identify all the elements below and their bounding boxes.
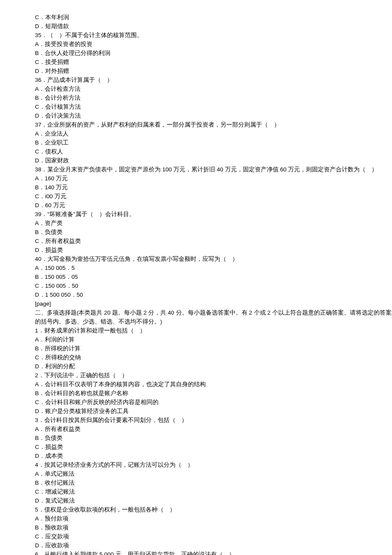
- text-line: 3．会计科目按其所归属的会计要素不同划分，包括（ ）: [35, 416, 392, 425]
- text-line: C．所得税的交纳: [35, 353, 392, 362]
- text-line: C．应交款项: [35, 532, 392, 541]
- text-line: B．140 万元: [35, 183, 392, 192]
- text-line: 37．企业所据有的资产，从财产权利的归属来看，一部分属于投资者，另一部分则属于（…: [35, 120, 392, 129]
- text-line: D．损益类: [35, 246, 392, 254]
- text-line: A．150 005．5: [35, 263, 392, 272]
- text-line: A．预付款项: [35, 514, 392, 523]
- text-line: D．对外捐赠: [35, 66, 392, 75]
- text-line: C．债权人: [35, 147, 392, 156]
- text-line: A．160 万元: [35, 174, 392, 183]
- text-line: C．接受捐赠: [35, 58, 392, 66]
- text-line: C．会计核算方法: [35, 102, 392, 111]
- text-line: B．企业职工: [35, 138, 392, 147]
- text-line: A．会计科目不仅表明了本身的核算内容，也决定了其自身的结构: [35, 380, 392, 389]
- text-line: 二、多项选择题(本类题共 20 题。每小题 2 分，共 40 分。每小题备选答案…: [35, 308, 392, 326]
- exam-text-body: C．本年利润D．短期借款35．（ ）不属于会计主体的核算范围。A．接受投资者的投…: [35, 13, 392, 555]
- text-line: D．成本类: [35, 451, 392, 460]
- text-line: D．国家财政: [35, 156, 392, 165]
- text-line: C．所有者权益类: [35, 237, 392, 246]
- text-line: A．利润的计算: [35, 335, 392, 344]
- text-line: B．会计分析方法: [35, 93, 392, 102]
- text-line: B．负债类: [35, 434, 392, 442]
- text-line: D．会计决策方法: [35, 111, 392, 120]
- text-line: 40．大写金额为壹拾伍万零伍元伍角，在填写发票小写金额时，应写为（ ）: [35, 254, 392, 263]
- text-line: B．收付记账法: [35, 478, 392, 487]
- text-line: A．所有者权益类: [35, 425, 392, 434]
- text-line: 4．按其记录经济业务方式的不同，记账方法可以分为（ ）: [35, 460, 392, 469]
- text-line: B．会计科目的名称也就是账户名称: [35, 389, 392, 398]
- text-line: A．企业法人: [35, 129, 392, 138]
- text-line: C．i00 万元: [35, 192, 392, 201]
- text-line: A．单式记账法: [35, 469, 392, 478]
- text-line: D．应收款项: [35, 541, 392, 550]
- text-line: A．资产类: [35, 219, 392, 228]
- text-line: 38．某企业月末资产负债表中，固定资产原价为 100 万元，累计折旧 40 万元…: [35, 165, 392, 174]
- text-line: D．账户是分类核算经济业务的工具: [35, 407, 392, 416]
- text-line: [page]: [35, 299, 392, 308]
- text-line: B．负债类: [35, 228, 392, 237]
- text-line: C．损益类: [35, 442, 392, 451]
- text-line: D．利润的分配: [35, 362, 392, 371]
- text-line: C．会计科目和账户所反映的经济内容是相同的: [35, 398, 392, 407]
- text-line: 35．（ ）不属于会计主体的核算范围。: [35, 31, 392, 40]
- text-line: 1．财务成果的计算和处理一般包括（ ）: [35, 326, 392, 335]
- text-line: B．合伙人处理已分得的利润: [35, 49, 392, 58]
- text-line: D．1 500 050．50: [35, 290, 392, 299]
- text-line: A．会计检查方法: [35, 84, 392, 93]
- text-line: B．150 005．05: [35, 272, 392, 281]
- text-line: C．本年利润: [35, 13, 392, 22]
- text-line: D．复式记账法: [35, 496, 392, 505]
- text-line: 5．债权是企业收取款项的权利，一般包括各种（ ）: [35, 505, 392, 514]
- text-line: B．所得税的计算: [35, 344, 392, 353]
- text-line: 39．"坏账准备"属于（ ）会计科目。: [35, 210, 392, 219]
- text-line: 2．下列说法中，正确的包括（ ）: [35, 371, 392, 380]
- text-line: 6．从银行借入长期借款 5 000 元，用于归还前欠货款，正确的说法有（ ）: [35, 550, 392, 555]
- text-line: D．60 万元: [35, 201, 392, 210]
- text-line: C．增减记账法: [35, 487, 392, 496]
- text-line: B．预收款项: [35, 523, 392, 532]
- text-line: D．短期借款: [35, 22, 392, 31]
- text-line: C．150 005．50: [35, 281, 392, 290]
- text-line: A．接受投资者的投资: [35, 40, 392, 49]
- text-line: 36．产品成本计算属于（ ）: [35, 75, 392, 84]
